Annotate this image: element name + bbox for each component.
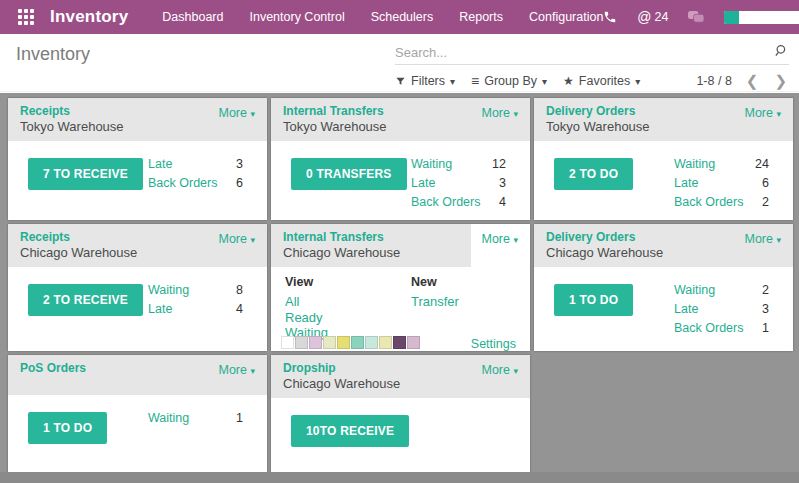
stat-row: Waiting24: [674, 155, 769, 174]
color-swatch-6[interactable]: [365, 336, 378, 349]
stat-value: 4: [236, 300, 243, 319]
card-body: 10TO RECEIVE: [271, 398, 530, 480]
more-button[interactable]: More ▾: [219, 232, 256, 246]
app-brand-title[interactable]: Inventory: [50, 7, 128, 27]
kanban-card-delivery-orders-tokyo-warehouse: Delivery OrdersTokyo WarehouseMore ▾2 TO…: [534, 98, 793, 220]
stat-label-waiting[interactable]: Waiting: [674, 155, 715, 174]
kanban-card-internal-transfers-chicago-warehouse: Internal TransfersChicago WarehouseMore …: [271, 224, 530, 351]
more-button[interactable]: More ▾: [219, 363, 256, 377]
more-button[interactable]: More ▾: [745, 232, 782, 246]
card-count-button[interactable]: 2 TO DO: [554, 158, 633, 190]
more-button[interactable]: More ▾: [482, 106, 519, 120]
view-link-ready[interactable]: Ready: [285, 310, 328, 326]
view-column: ViewAllReadyWaiting: [285, 275, 328, 341]
stat-label-waiting[interactable]: Waiting: [674, 281, 715, 300]
menu-item-schedulers[interactable]: Schedulers: [371, 10, 434, 24]
stat-row: Back Orders4: [411, 193, 506, 212]
card-title[interactable]: Internal Transfers: [283, 230, 459, 244]
caret-down-icon: ▾: [542, 76, 547, 87]
stat-label-waiting[interactable]: Waiting: [148, 409, 189, 428]
activity-badge[interactable]: @ 24: [637, 9, 668, 25]
filters-button[interactable]: Filters ▾: [395, 74, 455, 88]
pager-next-icon[interactable]: ❯: [774, 72, 787, 90]
card-stats: Late3Back Orders6: [148, 155, 243, 193]
funnel-icon: [395, 76, 406, 87]
group-by-button[interactable]: ≡ Group By ▾: [471, 73, 547, 89]
color-swatch-5[interactable]: [351, 336, 364, 349]
card-count-button[interactable]: 7 TO RECEIVE: [28, 158, 143, 190]
color-swatch-3[interactable]: [323, 336, 336, 349]
view-link-all[interactable]: All: [285, 294, 328, 310]
card-body: 1 TO DOWaiting2Late3Back Orders1: [534, 267, 793, 354]
stat-label-late[interactable]: Late: [148, 155, 172, 174]
stat-value: 12: [492, 155, 506, 174]
card-count-button[interactable]: 10TO RECEIVE: [291, 415, 409, 447]
navbar-menu: DashboardInventory ControlSchedulersRepo…: [162, 10, 603, 24]
chat-icon[interactable]: [688, 11, 704, 24]
stat-row: Back Orders6: [148, 174, 243, 193]
stat-value: 3: [762, 300, 769, 319]
color-swatch-0[interactable]: [281, 336, 294, 349]
favorites-button[interactable]: ★ Favorites ▾: [563, 74, 640, 88]
stat-row: Waiting2: [674, 281, 769, 300]
card-body: 1 TO DOWaiting1: [8, 395, 267, 477]
stat-row: Waiting1: [148, 409, 243, 428]
caret-down-icon: ▾: [776, 235, 781, 245]
card-stats: Waiting2Late3Back Orders1: [674, 281, 769, 338]
card-count-button[interactable]: 1 TO DO: [28, 412, 107, 444]
at-icon: @: [637, 9, 651, 25]
search-input[interactable]: [395, 40, 774, 64]
stat-row: Late6: [674, 174, 769, 193]
new-link-transfer[interactable]: Transfer: [411, 294, 459, 310]
color-swatch-2[interactable]: [309, 336, 322, 349]
page-title: Inventory: [16, 44, 90, 65]
menu-item-configuration[interactable]: Configuration: [529, 10, 603, 24]
more-button[interactable]: More ▾: [745, 106, 782, 120]
stat-row: Back Orders1: [674, 319, 769, 338]
search-icon[interactable]: [774, 43, 789, 62]
color-picker: [281, 336, 421, 349]
stat-label-waiting[interactable]: Waiting: [148, 281, 189, 300]
settings-link[interactable]: Settings: [471, 337, 516, 351]
stat-label-back-orders[interactable]: Back Orders: [411, 193, 480, 212]
color-swatch-8[interactable]: [393, 336, 406, 349]
menu-item-inventory-control[interactable]: Inventory Control: [249, 10, 344, 24]
stat-label-waiting[interactable]: Waiting: [411, 155, 452, 174]
progress-bar[interactable]: [724, 11, 799, 24]
stat-label-back-orders[interactable]: Back Orders: [148, 174, 217, 193]
pager-prev-icon[interactable]: ❮: [746, 72, 759, 90]
card-count-button[interactable]: 0 TRANSFERS: [291, 158, 407, 190]
more-button[interactable]: More ▾: [482, 232, 519, 246]
color-swatch-4[interactable]: [337, 336, 350, 349]
view-heading: View: [285, 275, 328, 289]
card-stats: Waiting24Late6Back Orders2: [674, 155, 769, 212]
color-swatch-7[interactable]: [379, 336, 392, 349]
stat-label-back-orders[interactable]: Back Orders: [674, 193, 743, 212]
color-swatch-1[interactable]: [295, 336, 308, 349]
stat-row: Late4: [148, 300, 243, 319]
color-swatch-9[interactable]: [407, 336, 420, 349]
apps-grid-icon[interactable]: [18, 9, 34, 26]
stat-label-late[interactable]: Late: [674, 300, 698, 319]
kanban-grid: ReceiptsTokyo WarehouseMore ▾7 TO RECEIV…: [0, 93, 799, 483]
caret-down-icon: ▾: [250, 109, 255, 119]
stat-value: 8: [236, 281, 243, 300]
menu-item-reports[interactable]: Reports: [459, 10, 503, 24]
caret-down-icon: ▾: [513, 109, 518, 119]
stat-label-back-orders[interactable]: Back Orders: [674, 319, 743, 338]
stat-label-late[interactable]: Late: [674, 174, 698, 193]
more-button[interactable]: More ▾: [482, 363, 519, 377]
progress-bar-fill: [724, 11, 739, 24]
pager: 1-8 / 8 ❮ ❯: [696, 72, 787, 90]
card-count-button[interactable]: 1 TO DO: [554, 284, 633, 316]
stat-value: 1: [762, 319, 769, 338]
phone-icon[interactable]: [603, 10, 617, 24]
stat-value: 6: [762, 174, 769, 193]
card-count-button[interactable]: 2 TO RECEIVE: [28, 284, 143, 316]
stat-row: Late3: [674, 300, 769, 319]
stat-value: 3: [236, 155, 243, 174]
stat-label-late[interactable]: Late: [148, 300, 172, 319]
menu-item-dashboard[interactable]: Dashboard: [162, 10, 223, 24]
stat-label-late[interactable]: Late: [411, 174, 435, 193]
more-button[interactable]: More ▾: [219, 106, 256, 120]
